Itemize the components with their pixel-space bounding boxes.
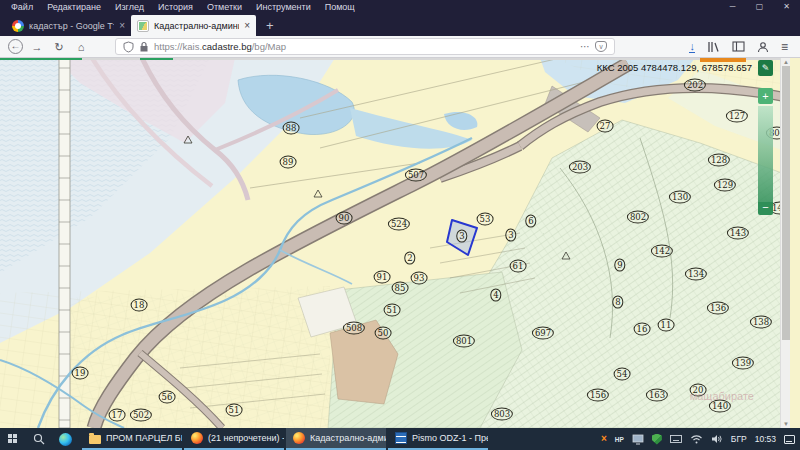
tab-close-icon[interactable]: ×	[119, 20, 125, 31]
back-button[interactable]: ←	[8, 39, 23, 54]
library-icon[interactable]	[707, 41, 720, 53]
parcel-label-803: 803	[491, 408, 513, 421]
clock[interactable]: 10:53	[755, 434, 776, 444]
pocket-icon[interactable]: ∨	[595, 41, 607, 52]
close-button[interactable]: ✕	[773, 0, 800, 14]
menu-item[interactable]: Редактиране	[40, 2, 108, 12]
parcel-label-129: 129	[714, 179, 736, 192]
cadastral-map-graphic	[0, 58, 790, 428]
scroll-down-icon[interactable]: ▼	[781, 421, 790, 427]
forward-button[interactable]: →	[29, 39, 45, 55]
defender-shield-icon[interactable]	[652, 434, 662, 445]
shield-icon[interactable]	[123, 41, 134, 53]
minimize-button[interactable]: ─	[719, 0, 746, 14]
parcel-label-93: 93	[411, 272, 428, 285]
new-tab-button[interactable]: +	[256, 15, 284, 36]
toolbar-icons: ↓ ≡	[689, 40, 792, 54]
taskbar-item-label: Pismo ODZ-1 - Прег...	[412, 433, 488, 443]
menu-item[interactable]: Отметки	[200, 2, 249, 12]
reload-button[interactable]: ↻	[51, 39, 67, 55]
menu-item[interactable]: Помощ	[318, 2, 362, 12]
parcel-label-54: 54	[614, 368, 631, 381]
map-notice-bar	[700, 58, 746, 62]
scrollbar-thumb[interactable]	[782, 66, 790, 340]
language-indicator[interactable]: БГР	[731, 434, 747, 444]
parcel-label-89: 89	[280, 156, 297, 169]
taskbar-item[interactable]: Pismo ODZ-1 - Прег...	[388, 428, 488, 450]
downloads-icon[interactable]: ↓	[689, 41, 695, 53]
menu-item[interactable]: Инструменти	[249, 2, 318, 12]
tab-bar: кадастър - Google Търсене × Кадастрално-…	[0, 14, 800, 36]
tray-np-icon[interactable]: НР	[615, 436, 624, 443]
map-zoom-controls: ✎ + −	[758, 60, 773, 215]
tab-kais-cadastre[interactable]: Кадастрално-административн ×	[131, 15, 256, 36]
lock-icon	[139, 41, 149, 53]
taskbar-item[interactable]: (21 непрочетени) - А...	[184, 428, 284, 450]
parcel-label-90: 90	[336, 212, 353, 225]
parcel-label-156: 156	[587, 389, 609, 402]
tab-google-search[interactable]: кадастър - Google Търсене ×	[6, 15, 131, 36]
tab-close-icon[interactable]: ×	[244, 20, 250, 31]
taskbar-search-button[interactable]	[26, 428, 52, 450]
display-icon[interactable]	[632, 434, 644, 445]
parcel-label-17: 17	[109, 409, 126, 422]
zoom-out-button[interactable]: −	[758, 202, 773, 215]
browser-window: ФайлРедактиранеИзгледИсторияОтметкиИнстр…	[0, 0, 800, 450]
parcel-label-203: 203	[569, 161, 591, 174]
navigation-toolbar: ← → ↻ ⌂ https://kais.cadastre.bg/bg/Map …	[0, 36, 800, 58]
parcel-label-85: 85	[392, 282, 409, 295]
parcel-label-51: 51	[384, 304, 401, 317]
menu-item[interactable]: Файл	[4, 2, 40, 12]
taskbar-item-label: ПРОМ ПАРЦЕЛ БЕ...	[106, 433, 182, 443]
taskbar-item-label: (21 непрочетени) - А...	[208, 433, 284, 443]
parcel-label-50: 50	[375, 327, 392, 340]
google-favicon	[12, 20, 24, 32]
windows-taskbar: ПРОМ ПАРЦЕЛ БЕ...(21 непрочетени) - А...…	[0, 428, 800, 450]
word-icon	[395, 432, 407, 444]
taskbar-item[interactable]: Кадастрално-админ...	[286, 428, 386, 450]
zoom-slider[interactable]	[758, 106, 773, 202]
address-bar[interactable]: https://kais.cadastre.bg/bg/Map ⋯ ∨	[115, 38, 615, 55]
parcel-label-53: 53	[477, 213, 494, 226]
parcel-label-163: 163	[646, 389, 668, 402]
parcel-label-134: 134	[685, 268, 707, 281]
maximize-button[interactable]: ▢	[746, 0, 773, 14]
parcel-label-16: 16	[634, 323, 651, 336]
action-center-icon[interactable]	[784, 435, 795, 444]
tray-app-icon[interactable]: ×	[601, 434, 607, 444]
parcel-label-88: 88	[283, 122, 300, 135]
page-actions-icon[interactable]: ⋯	[580, 41, 590, 52]
parcel-label-136: 136	[707, 302, 729, 315]
parcel-label-524: 524	[388, 218, 410, 231]
zoom-in-button[interactable]: +	[758, 88, 773, 104]
map-scrollbar[interactable]: ▲ ▼	[780, 58, 790, 428]
parcel-label-51: 51	[226, 404, 243, 417]
parcel-label-138: 138	[750, 316, 772, 329]
volume-icon[interactable]	[711, 434, 723, 444]
account-icon[interactable]	[757, 41, 769, 53]
folder-icon	[89, 435, 101, 444]
map-canvas[interactable]: 8889905075242919385515050880169780343533…	[0, 58, 790, 428]
sidebar-icon[interactable]	[732, 41, 745, 52]
tab-title: кадастър - Google Търсене	[29, 21, 114, 31]
parcel-label-18: 18	[131, 299, 148, 312]
start-button[interactable]	[0, 428, 26, 450]
home-button[interactable]: ⌂	[73, 39, 89, 55]
parcel-label-502: 502	[130, 409, 152, 422]
menu-item[interactable]: История	[151, 2, 200, 12]
hamburger-menu-icon[interactable]: ≡	[781, 40, 788, 54]
edge-taskbar-button[interactable]	[52, 428, 78, 450]
keyboard-icon[interactable]	[670, 434, 682, 444]
windows-logo-icon	[8, 434, 18, 444]
tab-title: Кадастрално-административн	[154, 21, 239, 31]
scroll-up-icon[interactable]: ▲	[781, 59, 790, 65]
parcel-label-19: 19	[72, 367, 89, 380]
parcel-label-697: 697	[532, 327, 554, 340]
menu-item[interactable]: Изглед	[108, 2, 151, 12]
taskbar-items: ПРОМ ПАРЦЕЛ БЕ...(21 непрочетени) - А...…	[82, 428, 488, 450]
url-text[interactable]: https://kais.cadastre.bg/bg/Map	[154, 41, 575, 52]
map-edit-button[interactable]: ✎	[758, 60, 773, 76]
taskbar-item[interactable]: ПРОМ ПАРЦЕЛ БЕ...	[82, 428, 182, 450]
parcel-label-139: 139	[732, 357, 754, 370]
network-wifi-icon[interactable]	[690, 434, 703, 444]
